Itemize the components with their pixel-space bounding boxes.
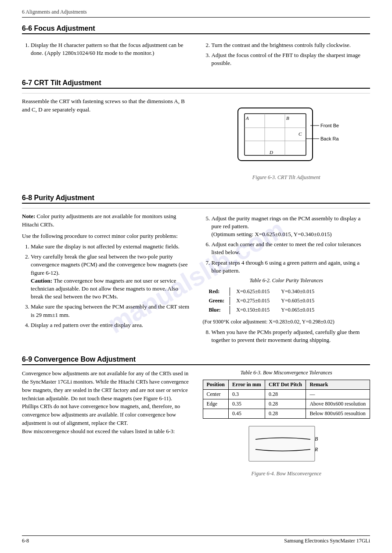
note-9300k: (For 9300°K color adjustment: X=0.283±0.…: [203, 318, 370, 326]
step-6-6-3: Adjust the focus control of the FBT to d…: [212, 51, 370, 67]
section-6-8-content: Note: Color purity adjustments are not a…: [22, 212, 370, 347]
step-6-6-2: Turn the contrast and the brightness con…: [212, 41, 370, 49]
svg-text:Front Bezel: Front Bezel: [320, 123, 339, 128]
step-6-8-2: Very carefully break the glue seal betwe…: [31, 253, 190, 301]
footer-page-num: 6-8: [22, 538, 29, 544]
step-6-8-6: Adjust each corner and the center to mee…: [212, 241, 370, 256]
svg-rect-14: [249, 426, 315, 461]
bow-edge-pitch-2: 0.28: [265, 409, 306, 419]
color-row-blue: Blue: X=0.150±0.015 Y=0.065±0.015: [204, 306, 320, 314]
bow-edge-remark-1: Above 800x600 resolution: [306, 399, 370, 409]
color-blue-label: Blue:: [204, 306, 230, 314]
section-6-8-steps-right: Adjust the purity magnet rings on the PC…: [203, 215, 370, 275]
bow-edge-remark-2: Below 800x605 resoultion: [306, 409, 370, 419]
section-6-9-content: Convergence bow adjustments are not avai…: [22, 370, 370, 481]
svg-text:C: C: [298, 131, 302, 136]
step-6-6-1: Display the H character pattern so that …: [31, 41, 190, 57]
step-6-8-5: Adjust the purity magnet rings on the PC…: [212, 215, 370, 239]
bow-center-error: 0.3: [229, 390, 265, 399]
footer: 6-8 Samsung Electronics SyncMaster 17GLi: [22, 535, 370, 544]
section-6-7-title: 6-7 CRT Tilt Adjustment: [22, 79, 370, 89]
color-blue-x: X=0.150±0.015: [231, 306, 275, 314]
bow-col-pitch: CRT Dot Pitch: [265, 380, 306, 390]
step-6-8-4: Display a red pattern over the entire di…: [31, 321, 190, 329]
svg-text:B: B: [315, 436, 318, 442]
section-6-8: 6-8 Purity Adjustment Note: Color purity…: [22, 194, 370, 347]
bow-center-pos: Center: [203, 390, 229, 399]
crt-figure-caption: Figure 6-3. CRT Tilt Adjustment: [252, 174, 320, 181]
color-table-container: Table 6-2. Color Purity Tolerances Red: …: [203, 277, 370, 315]
section-6-9-title: 6-9 Convergence Bow Adjustment: [22, 356, 370, 365]
crt-figure: A B C D Front Bezel Back Raster Figure 6…: [203, 101, 370, 181]
section-6-6-content: Display the H character pattern so that …: [22, 39, 370, 70]
bow-table-caption: Table 6-3. Bow Misconvergence Tolerances: [203, 370, 370, 376]
bow-diagram-svg: B R: [247, 424, 326, 468]
section-6-6-title: 6-6 Focus Adjustment: [22, 25, 370, 34]
color-row-red: Red: X=0.625±0.015 Y=0.340±0.015: [204, 287, 320, 296]
section-6-7-right: A B C D Front Bezel Back Raster Figure 6…: [203, 97, 370, 185]
section-6-7-body: Reassemble the CRT with fastening screws…: [22, 97, 190, 114]
section-6-6-right: Turn the contrast and the brightness con…: [203, 39, 370, 70]
bow-figure-caption: Figure 6-4. Bow Misconvergence: [251, 470, 321, 477]
color-tolerances-table: Red: X=0.625±0.015 Y=0.340±0.015 Green: …: [203, 287, 321, 315]
bow-table: Position Error in mm CRT Dot Pitch Remar…: [203, 380, 370, 419]
section-6-7-content: Reassemble the CRT with fastening screws…: [22, 97, 370, 185]
step-6-8-8: When you have the PCMs properly adjusted…: [212, 328, 370, 344]
bow-center-remark: —: [306, 390, 370, 399]
bow-row-edge-1: Edge 0.35 0.28 Above 800x600 resolution: [203, 399, 370, 409]
color-table-caption: Table 6-2. Color Purity Tolerances: [203, 277, 370, 284]
section-6-9-body: Convergence bow adjustments are not avai…: [22, 370, 190, 435]
step-6-8-3: Make sure the spacing between the PCM as…: [31, 303, 190, 319]
footer-brand: Samsung Electronics SyncMaster 17GLi: [284, 538, 370, 544]
svg-rect-1: [245, 114, 306, 155]
section-6-6: 6-6 Focus Adjustment Display the H chara…: [22, 25, 370, 70]
bow-edge-error-1: 0.35: [229, 399, 265, 409]
bow-col-error: Error in mm: [229, 380, 265, 390]
crt-diagram-svg: A B C D Front Bezel Back Raster: [234, 101, 339, 172]
color-red-label: Red:: [204, 287, 230, 296]
section-6-9-left: Convergence bow adjustments are not avai…: [22, 370, 190, 481]
section-6-8-right: Adjust the purity magnet rings on the PC…: [203, 212, 370, 347]
bow-figure: B R Figure 6-4. Bow Misconvergence: [203, 424, 370, 477]
color-blue-y: Y=0.065±0.015: [276, 306, 320, 314]
bow-edge-pos: Edge: [203, 399, 229, 409]
svg-text:B: B: [286, 115, 289, 121]
bow-row-center: Center 0.3 0.28 —: [203, 390, 370, 399]
section-6-6-left: Display the H character pattern so that …: [22, 39, 190, 70]
bow-col-remark: Remark: [306, 380, 370, 390]
color-green-x: X=0.275±0.015: [231, 297, 275, 305]
section-6-7: 6-7 CRT Tilt Adjustment Reassemble the C…: [22, 79, 370, 185]
step-6-8-7: Repeat steps 4 through 6 using a green p…: [212, 259, 370, 275]
svg-text:Back Raster: Back Raster: [320, 136, 339, 141]
color-red-x: X=0.625±0.015: [231, 287, 275, 296]
section-6-8-note: Note: Color purity adjustments are not a…: [22, 212, 190, 229]
section-6-8-steps-left: Make sure the display is not affected by…: [22, 243, 190, 329]
bow-col-position: Position: [203, 380, 229, 390]
breadcrumb-text: 6 Alignments and Adjustments: [22, 9, 87, 15]
color-green-y: Y=0.605±0.015: [276, 297, 320, 305]
color-red-y: Y=0.340±0.015: [276, 287, 320, 296]
color-green-label: Green:: [204, 297, 230, 305]
bow-edge-pitch-1: 0.28: [265, 399, 306, 409]
page: manualslib.com 6 Alignments and Adjustme…: [0, 0, 392, 553]
breadcrumb: 6 Alignments and Adjustments: [22, 9, 370, 18]
section-6-9-right: Table 6-3. Bow Misconvergence Tolerances…: [203, 370, 370, 481]
section-6-7-left: Reassemble the CRT with fastening screws…: [22, 97, 190, 185]
svg-text:R: R: [314, 446, 318, 452]
section-6-8-title: 6-8 Purity Adjustment: [22, 194, 370, 204]
svg-text:D: D: [269, 150, 273, 155]
bow-edge-error-2: 0.45: [229, 409, 265, 419]
step-6-8-1: Make sure the display is not affected by…: [31, 243, 190, 251]
section-6-8-intro: Use the following procedure to correct m…: [22, 232, 190, 241]
step-6-8-8-list: When you have the PCMs properly adjusted…: [203, 328, 370, 344]
color-row-green: Green: X=0.275±0.015 Y=0.605±0.015: [204, 297, 320, 305]
section-6-8-left: Note: Color purity adjustments are not a…: [22, 212, 190, 347]
section-6-9: 6-9 Convergence Bow Adjustment Convergen…: [22, 356, 370, 481]
bow-row-edge-2: 0.45 0.28 Below 800x605 resoultion: [203, 409, 370, 419]
bow-center-pitch: 0.28: [265, 390, 306, 399]
bow-edge-pos-2: [203, 409, 229, 419]
svg-text:A: A: [245, 115, 249, 121]
